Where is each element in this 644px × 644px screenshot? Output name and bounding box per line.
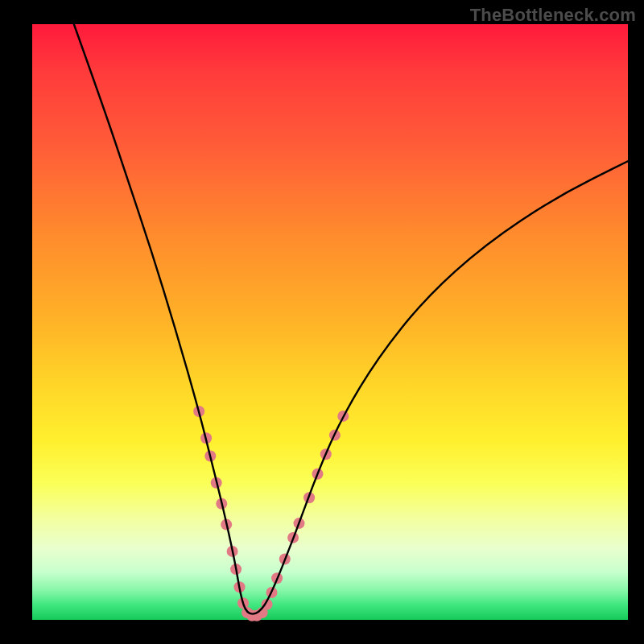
watermark-text: TheBottleneck.com bbox=[470, 5, 636, 26]
chart-plot-area bbox=[32, 24, 628, 620]
chart-svg bbox=[32, 24, 628, 620]
chart-frame: TheBottleneck.com bbox=[0, 0, 644, 644]
chart-markers bbox=[193, 406, 349, 621]
bottleneck-curve bbox=[74, 24, 628, 614]
